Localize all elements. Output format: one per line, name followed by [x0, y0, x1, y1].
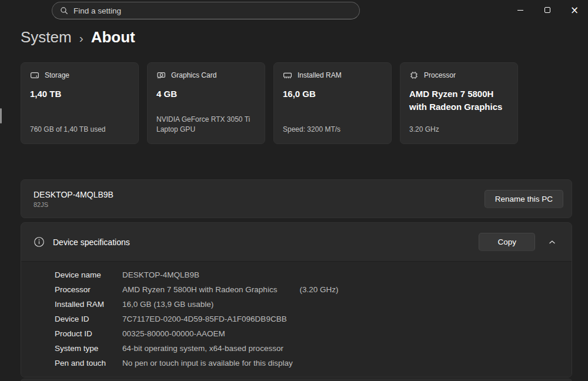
- search-input[interactable]: [74, 6, 352, 15]
- card-detail: 3.20 GHz: [409, 125, 509, 135]
- close-button[interactable]: ×: [561, 0, 588, 20]
- storage-icon: [30, 71, 39, 80]
- spec-label: Device ID: [55, 315, 122, 323]
- spec-label: Product ID: [55, 329, 122, 338]
- device-specifications-header[interactable]: Device specifications Copy: [21, 223, 572, 261]
- spec-value: AMD Ryzen 7 5800H with Radeon Graphics: [122, 285, 277, 294]
- device-name: DESKTOP-4MQLB9B: [34, 190, 113, 199]
- spec-row-system-type: System type 64-bit operating system, x64…: [55, 341, 572, 356]
- spec-value: 00325-80000-00000-AAOEM: [122, 329, 225, 338]
- spec-row-pen-and-touch: Pen and touch No pen or touch input is a…: [55, 356, 572, 370]
- device-model: 82JS: [34, 201, 113, 208]
- search-box[interactable]: [52, 2, 360, 19]
- scrollbar-thumb[interactable]: [0, 108, 2, 123]
- spec-row-processor: Processor AMD Ryzen 7 5800H with Radeon …: [55, 282, 572, 297]
- spec-label: Installed RAM: [55, 300, 122, 309]
- spec-label: Processor: [55, 285, 122, 294]
- card-detail: 760 GB of 1,40 TB used: [30, 125, 129, 135]
- spec-row-installed-ram: Installed RAM 16,0 GB (13,9 GB usable): [55, 297, 572, 312]
- processor-card: Processor AMD Ryzen 7 5800H with Radeon …: [400, 62, 518, 144]
- page-title: About: [91, 28, 135, 46]
- device-name-card: DESKTOP-4MQLB9B 82JS Rename this PC: [21, 179, 572, 218]
- card-title: Installed RAM: [298, 71, 342, 79]
- spec-label: Pen and touch: [55, 359, 122, 367]
- spec-value: No pen or touch input is available for t…: [122, 359, 293, 367]
- spec-value: DESKTOP-4MQLB9B: [122, 270, 199, 279]
- collapse-button[interactable]: [541, 233, 563, 252]
- spec-row-product-id: Product ID 00325-80000-00000-AAOEM: [55, 326, 572, 341]
- info-icon: [34, 236, 45, 248]
- card-detail: Speed: 3200 MT/s: [283, 125, 382, 135]
- card-value: AMD Ryzen 7 5800H with Radeon Graphics: [409, 88, 509, 113]
- graphics-card-card: Graphics Card 4 GB NVIDIA GeForce RTX 30…: [147, 62, 265, 144]
- spec-label: System type: [55, 344, 122, 353]
- minimize-icon: [517, 10, 523, 11]
- device-specifications-card: Device specifications Copy Device name D…: [21, 222, 572, 377]
- spec-value-extra: (3.20 GHz): [299, 285, 338, 294]
- breadcrumb-system[interactable]: System: [21, 28, 72, 46]
- breadcrumb-chevron-icon: ›: [79, 29, 83, 45]
- card-title: Processor: [424, 71, 456, 79]
- chevron-up-icon: [549, 239, 556, 246]
- installed-ram-card: Installed RAM 16,0 GB Speed: 3200 MT/s: [273, 62, 392, 144]
- graphics-card-icon: [156, 71, 166, 80]
- spec-label: Device name: [55, 270, 122, 279]
- section-title: Device specifications: [53, 238, 479, 247]
- rename-pc-button[interactable]: Rename this PC: [485, 190, 563, 208]
- card-detail: NVIDIA GeForce RTX 3050 Ti Laptop GPU: [156, 115, 256, 135]
- card-title: Graphics Card: [171, 71, 216, 79]
- next-section-card: [21, 379, 572, 381]
- breadcrumb: System › About: [21, 28, 135, 46]
- summary-cards: Storage 1,40 TB 760 GB of 1,40 TB used G…: [21, 62, 518, 144]
- window-controls: ×: [507, 0, 588, 20]
- spec-value: 16,0 GB (13,9 GB usable): [122, 300, 213, 309]
- close-icon: ×: [570, 5, 579, 15]
- ram-icon: [283, 71, 292, 80]
- spec-row-device-id: Device ID 7C7117ED-0200-4D59-85FD-A1F096…: [55, 312, 572, 326]
- card-title: Storage: [45, 71, 69, 79]
- maximize-button[interactable]: [534, 0, 561, 20]
- card-value: 16,0 GB: [283, 88, 382, 101]
- maximize-icon: [544, 7, 550, 13]
- spec-row-device-name: Device name DESKTOP-4MQLB9B: [55, 268, 572, 282]
- storage-card: Storage 1,40 TB 760 GB of 1,40 TB used: [21, 62, 139, 144]
- copy-button[interactable]: Copy: [479, 233, 535, 251]
- spec-value: 64-bit operating system, x64-based proce…: [122, 344, 283, 353]
- search-icon: [60, 6, 68, 15]
- device-specifications-content: Device name DESKTOP-4MQLB9B Processor AM…: [21, 261, 572, 377]
- minimize-button[interactable]: [507, 0, 534, 20]
- processor-icon: [409, 71, 419, 80]
- card-value: 4 GB: [156, 88, 256, 101]
- card-value: 1,40 TB: [30, 88, 129, 101]
- spec-value: 7C7117ED-0200-4D59-85FD-A1F096DB9CBB: [122, 315, 287, 323]
- device-identity: DESKTOP-4MQLB9B 82JS: [34, 190, 113, 208]
